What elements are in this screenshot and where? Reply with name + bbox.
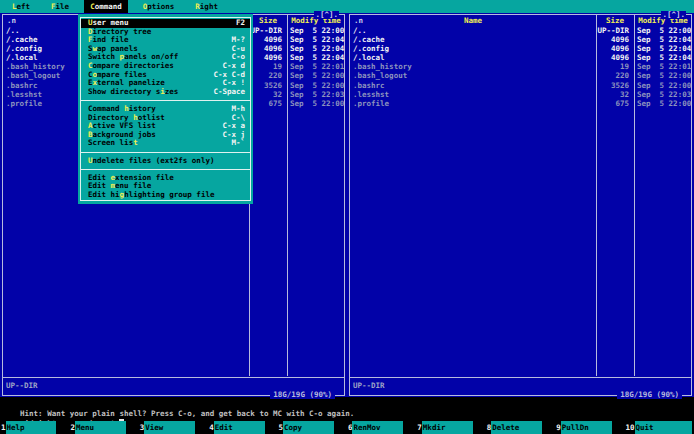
function-key-bar: 1Help2Menu3View4Edit5Copy6RenMov7Mkdir8D… [0, 421, 694, 434]
right-panel: .[^]. .n Name Size Modify time /..UP--DI… [347, 13, 694, 397]
mini-status: UP--DIR [6, 381, 38, 391]
file-size: 675 [592, 99, 633, 108]
fkey-label: Delete [491, 421, 542, 434]
menu-item-show-directory-sizes[interactable]: Show directory sizesC-Space [81, 88, 250, 97]
fkey-help[interactable]: 1Help [0, 421, 69, 434]
menu-item-label: Undelete files (ext2fs only) [88, 157, 214, 166]
fkey-copy[interactable]: 5Copy [278, 421, 347, 434]
column-header-size[interactable]: Size [249, 16, 287, 25]
file-size: 4096 [592, 44, 633, 53]
fkey-label: View [144, 421, 195, 434]
file-mtime: Sep 5 22:00 [633, 99, 691, 108]
file-size: 19 [592, 62, 633, 71]
menubar-item-left[interactable]: Left [6, 0, 36, 13]
file-size: 220 [592, 71, 633, 80]
file-size: 4096 [592, 35, 633, 44]
menubar-item-right[interactable]: Right [189, 0, 224, 13]
command-menu-list: User menuF2Directory treeFind fileM-?Swa… [80, 17, 251, 201]
file-row-local[interactable]: /.local4096Sep 5 22:04 [350, 53, 691, 62]
file-row-[interactable]: /..UP--DIRSep 5 22:00 [350, 26, 691, 35]
panel-up-marker[interactable]: .[^]. [661, 11, 686, 19]
menu-item-label: Screen list [88, 139, 138, 148]
panel-up-marker[interactable]: .[^]. [314, 11, 339, 19]
file-mtime: Sep 5 22:00 [286, 71, 344, 80]
menu-separator [81, 96, 250, 105]
file-name: .bashrc [350, 81, 592, 90]
disk-usage: 18G/19G (90%) [270, 390, 335, 399]
fkey-label: Help [6, 421, 57, 434]
file-row-lesshst[interactable]: .lesshst32Sep 5 22:03 [350, 90, 691, 99]
file-mtime: Sep 5 22:00 [286, 26, 344, 35]
menu-separator [81, 165, 250, 174]
file-mtime: Sep 5 22:04 [286, 35, 344, 44]
file-row-bash-history[interactable]: .bash_history19Sep 5 22:01 [350, 62, 691, 71]
file-row-config[interactable]: /.config4096Sep 5 22:04 [350, 44, 691, 53]
file-mtime: Sep 5 22:00 [286, 99, 344, 108]
fkey-label: Quit [635, 421, 692, 434]
file-mtime: Sep 5 22:04 [286, 44, 344, 53]
file-size: UP--DIR [592, 26, 633, 35]
menubar-item-options[interactable]: Options [137, 0, 181, 13]
file-name: .profile [350, 99, 592, 108]
disk-usage: 18G/19G (90%) [617, 390, 682, 399]
menu-separator [81, 148, 250, 157]
fkey-label: Menu [75, 421, 126, 434]
fkey-menu[interactable]: 2Menu [69, 421, 138, 434]
fkey-number: 10 [625, 421, 635, 434]
file-name: /.config [350, 44, 592, 53]
menubar-item-command[interactable]: Command [84, 0, 128, 13]
fkey-quit[interactable]: 10Quit [625, 421, 694, 434]
shell-prompt-line[interactable]: midnight@commander:~$ [2, 409, 124, 419]
file-mtime: Sep 5 22:01 [286, 62, 344, 71]
file-name: /.. [350, 26, 592, 35]
menubar-item-file[interactable]: File [45, 0, 75, 13]
menu-item-shortcut: M-` [231, 139, 245, 148]
file-size: 4096 [592, 53, 633, 62]
file-list: /..UP--DIRSep 5 22:00/.cache4096Sep 5 22… [350, 26, 691, 109]
menu-item-shortcut: C-Space [213, 88, 245, 97]
file-name: .bash_logout [350, 71, 592, 80]
fkey-label: PullDn [561, 421, 612, 434]
file-name: /.cache [350, 35, 592, 44]
mini-status: UP--DIR [353, 381, 385, 391]
file-mtime: Sep 5 22:00 [633, 71, 691, 80]
mini-status-divider [3, 377, 344, 378]
file-mtime: Sep 5 22:04 [633, 44, 691, 53]
midnight-commander-screen: LeftFileCommandOptionsRight .[^]. .n Nam… [0, 0, 694, 434]
fkey-renmov[interactable]: 6RenMov [347, 421, 416, 434]
mini-status-divider [350, 377, 691, 378]
menu-item-shortcut: F2 [236, 19, 245, 28]
file-name: /.local [350, 53, 592, 62]
menu-item-edit-highlighting-group-file[interactable]: Edit highlighting group file [81, 191, 250, 200]
column-header-size[interactable]: Size [596, 16, 634, 25]
file-row-profile[interactable]: .profile675Sep 5 22:00 [350, 99, 691, 108]
command-menu-dropdown: User menuF2Directory treeFind fileM-?Swa… [78, 14, 253, 204]
file-row-bash-logout[interactable]: .bash_logout220Sep 5 22:00 [350, 71, 691, 80]
fkey-label: Edit [214, 421, 265, 434]
column-header-name[interactable]: Name [350, 16, 596, 25]
file-mtime: Sep 5 22:01 [633, 62, 691, 71]
fkey-delete[interactable]: 8Delete [486, 421, 555, 434]
fkey-mkdir[interactable]: 7Mkdir [416, 421, 485, 434]
menu-item-screen-list[interactable]: Screen listM-` [81, 139, 250, 148]
fkey-label: Copy [283, 421, 334, 434]
file-mtime: Sep 5 22:04 [633, 35, 691, 44]
file-name: .bash_history [350, 62, 592, 71]
file-row-cache[interactable]: /.cache4096Sep 5 22:04 [350, 35, 691, 44]
file-mtime: Sep 5 22:00 [633, 26, 691, 35]
menu-item-undelete-files-ext2fs-only[interactable]: Undelete files (ext2fs only) [81, 157, 250, 166]
file-row-bashrc[interactable]: .bashrc3526Sep 5 22:00 [350, 81, 691, 90]
fkey-label: RenMov [352, 421, 403, 434]
file-mtime: Sep 5 22:00 [286, 81, 344, 90]
menu-bar: LeftFileCommandOptionsRight [0, 0, 694, 13]
fkey-edit[interactable]: 4Edit [208, 421, 277, 434]
fkey-pulldn[interactable]: 9PullDn [555, 421, 624, 434]
file-name: .lesshst [350, 90, 592, 99]
file-mtime: Sep 5 22:04 [633, 53, 691, 62]
file-mtime: Sep 5 22:00 [633, 81, 691, 90]
file-size: 3526 [592, 81, 633, 90]
menu-item-label: Edit highlighting group file [88, 191, 214, 200]
fkey-label: Mkdir [422, 421, 473, 434]
file-mtime: Sep 5 22:03 [286, 90, 344, 99]
fkey-view[interactable]: 3View [139, 421, 208, 434]
